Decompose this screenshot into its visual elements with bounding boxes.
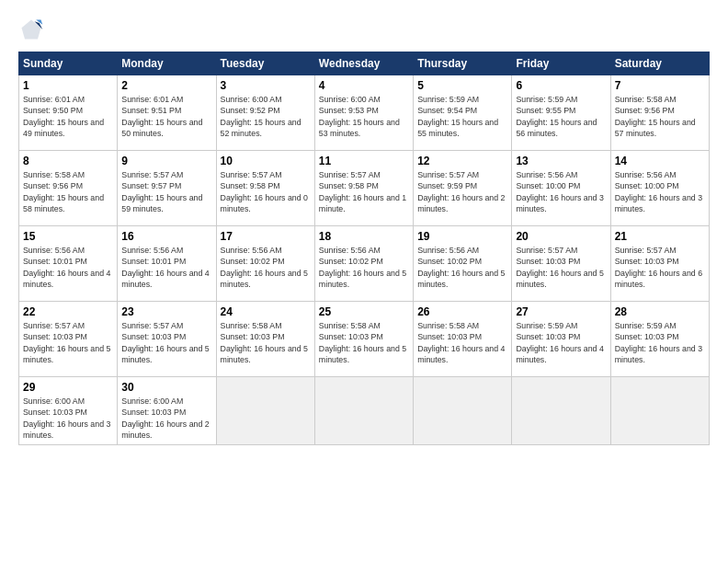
day-number: 24 bbox=[221, 305, 311, 318]
day-info: Sunrise: 5:58 AMSunset: 9:56 PMDaylight:… bbox=[615, 94, 705, 139]
day-number: 9 bbox=[121, 155, 211, 167]
day-number: 27 bbox=[516, 305, 606, 318]
day-info: Sunrise: 6:01 AMSunset: 9:51 PMDaylight:… bbox=[121, 94, 211, 139]
table-cell-13: 13Sunrise: 5:56 AMSunset: 10:00 PMDaylig… bbox=[512, 151, 610, 226]
day-number: 7 bbox=[615, 79, 705, 92]
day-number: 4 bbox=[319, 79, 409, 92]
day-info: Sunrise: 5:57 AMSunset: 9:59 PMDaylight:… bbox=[417, 169, 507, 214]
day-info: Sunrise: 6:00 AMSunset: 10:03 PMDaylight… bbox=[23, 396, 113, 441]
table-cell-empty-4-4 bbox=[414, 377, 512, 445]
table-cell-17: 17Sunrise: 5:56 AMSunset: 10:02 PMDaylig… bbox=[216, 226, 314, 302]
day-number: 25 bbox=[319, 305, 409, 318]
day-info: Sunrise: 5:56 AMSunset: 10:02 PMDaylight… bbox=[221, 245, 311, 290]
day-number: 16 bbox=[121, 230, 211, 243]
col-wednesday: Wednesday bbox=[314, 52, 413, 75]
day-number: 22 bbox=[23, 305, 113, 318]
day-number: 14 bbox=[615, 155, 705, 167]
day-info: Sunrise: 5:58 AMSunset: 10:03 PMDaylight… bbox=[417, 320, 507, 365]
day-info: Sunrise: 5:57 AMSunset: 9:58 PMDaylight:… bbox=[221, 169, 311, 214]
table-cell-26: 26Sunrise: 5:58 AMSunset: 10:03 PMDaylig… bbox=[414, 302, 512, 377]
table-cell-3: 3Sunrise: 6:00 AMSunset: 9:52 PMDaylight… bbox=[216, 75, 314, 151]
table-cell-30: 30Sunrise: 6:00 AMSunset: 10:03 PMDaylig… bbox=[118, 377, 216, 445]
day-number: 23 bbox=[121, 305, 211, 318]
col-tuesday: Tuesday bbox=[216, 52, 314, 75]
table-cell-11: 11Sunrise: 5:57 AMSunset: 9:58 PMDayligh… bbox=[314, 151, 413, 226]
day-info: Sunrise: 5:56 AMSunset: 10:02 PMDaylight… bbox=[319, 245, 409, 290]
day-info: Sunrise: 5:59 AMSunset: 9:55 PMDaylight:… bbox=[516, 94, 606, 139]
day-number: 17 bbox=[221, 230, 311, 243]
day-number: 5 bbox=[417, 79, 507, 92]
day-info: Sunrise: 5:58 AMSunset: 9:56 PMDaylight:… bbox=[23, 169, 113, 214]
day-number: 26 bbox=[417, 305, 507, 318]
day-info: Sunrise: 5:59 AMSunset: 9:54 PMDaylight:… bbox=[417, 94, 507, 139]
day-info: Sunrise: 5:58 AMSunset: 10:03 PMDaylight… bbox=[221, 320, 311, 365]
day-info: Sunrise: 6:00 AMSunset: 9:53 PMDaylight:… bbox=[319, 94, 409, 139]
day-info: Sunrise: 6:00 AMSunset: 10:03 PMDaylight… bbox=[121, 396, 211, 441]
table-cell-5: 5Sunrise: 5:59 AMSunset: 9:54 PMDaylight… bbox=[414, 75, 512, 151]
table-cell-12: 12Sunrise: 5:57 AMSunset: 9:59 PMDayligh… bbox=[414, 151, 512, 226]
day-number: 3 bbox=[221, 79, 311, 92]
table-cell-empty-4-5 bbox=[512, 377, 610, 445]
table-cell-7: 7Sunrise: 5:58 AMSunset: 9:56 PMDaylight… bbox=[610, 75, 709, 151]
page: Sunday Monday Tuesday Wednesday Thursday… bbox=[0, 0, 728, 563]
day-info: Sunrise: 5:58 AMSunset: 10:03 PMDaylight… bbox=[319, 320, 409, 365]
logo-icon bbox=[18, 17, 44, 42]
table-cell-empty-4-2 bbox=[216, 377, 314, 445]
table-cell-15: 15Sunrise: 5:56 AMSunset: 10:01 PMDaylig… bbox=[19, 226, 118, 302]
table-cell-1: 1Sunrise: 6:01 AMSunset: 9:50 PMDaylight… bbox=[19, 75, 118, 151]
day-info: Sunrise: 5:57 AMSunset: 10:03 PMDaylight… bbox=[121, 320, 211, 365]
table-cell-23: 23Sunrise: 5:57 AMSunset: 10:03 PMDaylig… bbox=[118, 302, 216, 377]
table-cell-27: 27Sunrise: 5:59 AMSunset: 10:03 PMDaylig… bbox=[512, 302, 610, 377]
table-cell-20: 20Sunrise: 5:57 AMSunset: 10:03 PMDaylig… bbox=[512, 226, 610, 302]
day-info: Sunrise: 6:01 AMSunset: 9:50 PMDaylight:… bbox=[23, 94, 113, 139]
calendar-table: Sunday Monday Tuesday Wednesday Thursday… bbox=[18, 52, 710, 445]
table-cell-4: 4Sunrise: 6:00 AMSunset: 9:53 PMDaylight… bbox=[314, 75, 413, 151]
table-cell-28: 28Sunrise: 5:59 AMSunset: 10:03 PMDaylig… bbox=[610, 302, 709, 377]
table-cell-16: 16Sunrise: 5:56 AMSunset: 10:01 PMDaylig… bbox=[118, 226, 216, 302]
table-cell-19: 19Sunrise: 5:56 AMSunset: 10:02 PMDaylig… bbox=[414, 226, 512, 302]
day-number: 11 bbox=[319, 155, 409, 167]
header bbox=[18, 17, 710, 42]
table-cell-9: 9Sunrise: 5:57 AMSunset: 9:57 PMDaylight… bbox=[118, 151, 216, 226]
day-number: 19 bbox=[417, 230, 507, 243]
day-info: Sunrise: 5:57 AMSunset: 10:03 PMDaylight… bbox=[516, 245, 606, 290]
table-cell-21: 21Sunrise: 5:57 AMSunset: 10:03 PMDaylig… bbox=[610, 226, 709, 302]
day-number: 1 bbox=[23, 79, 113, 92]
col-saturday: Saturday bbox=[610, 52, 709, 75]
day-number: 10 bbox=[221, 155, 311, 167]
day-number: 28 bbox=[615, 305, 705, 318]
day-info: Sunrise: 5:57 AMSunset: 9:58 PMDaylight:… bbox=[319, 169, 409, 214]
table-cell-8: 8Sunrise: 5:58 AMSunset: 9:56 PMDaylight… bbox=[19, 151, 118, 226]
day-info: Sunrise: 5:57 AMSunset: 10:03 PMDaylight… bbox=[23, 320, 113, 365]
day-info: Sunrise: 5:56 AMSunset: 10:01 PMDaylight… bbox=[23, 245, 113, 290]
day-info: Sunrise: 5:56 AMSunset: 10:02 PMDaylight… bbox=[417, 245, 507, 290]
day-number: 20 bbox=[516, 230, 606, 243]
table-cell-24: 24Sunrise: 5:58 AMSunset: 10:03 PMDaylig… bbox=[216, 302, 314, 377]
col-friday: Friday bbox=[512, 52, 610, 75]
logo bbox=[18, 17, 48, 42]
day-info: Sunrise: 6:00 AMSunset: 9:52 PMDaylight:… bbox=[221, 94, 311, 139]
table-cell-empty-4-6 bbox=[610, 377, 709, 445]
day-number: 12 bbox=[417, 155, 507, 167]
day-info: Sunrise: 5:57 AMSunset: 9:57 PMDaylight:… bbox=[121, 169, 211, 214]
table-cell-14: 14Sunrise: 5:56 AMSunset: 10:00 PMDaylig… bbox=[610, 151, 709, 226]
day-number: 8 bbox=[23, 155, 113, 167]
col-monday: Monday bbox=[118, 52, 216, 75]
table-cell-29: 29Sunrise: 6:00 AMSunset: 10:03 PMDaylig… bbox=[19, 377, 118, 445]
table-cell-22: 22Sunrise: 5:57 AMSunset: 10:03 PMDaylig… bbox=[19, 302, 118, 377]
day-info: Sunrise: 5:59 AMSunset: 10:03 PMDaylight… bbox=[615, 320, 705, 365]
day-number: 6 bbox=[516, 79, 606, 92]
day-number: 21 bbox=[615, 230, 705, 243]
table-cell-10: 10Sunrise: 5:57 AMSunset: 9:58 PMDayligh… bbox=[216, 151, 314, 226]
col-thursday: Thursday bbox=[414, 52, 512, 75]
day-number: 29 bbox=[23, 381, 113, 394]
day-info: Sunrise: 5:59 AMSunset: 10:03 PMDaylight… bbox=[516, 320, 606, 365]
table-cell-25: 25Sunrise: 5:58 AMSunset: 10:03 PMDaylig… bbox=[314, 302, 413, 377]
day-number: 13 bbox=[516, 155, 606, 167]
day-number: 2 bbox=[121, 79, 211, 92]
day-info: Sunrise: 5:56 AMSunset: 10:00 PMDaylight… bbox=[516, 169, 606, 214]
table-cell-18: 18Sunrise: 5:56 AMSunset: 10:02 PMDaylig… bbox=[314, 226, 413, 302]
col-sunday: Sunday bbox=[19, 52, 118, 75]
day-info: Sunrise: 5:56 AMSunset: 10:00 PMDaylight… bbox=[615, 169, 705, 214]
table-cell-2: 2Sunrise: 6:01 AMSunset: 9:51 PMDaylight… bbox=[118, 75, 216, 151]
